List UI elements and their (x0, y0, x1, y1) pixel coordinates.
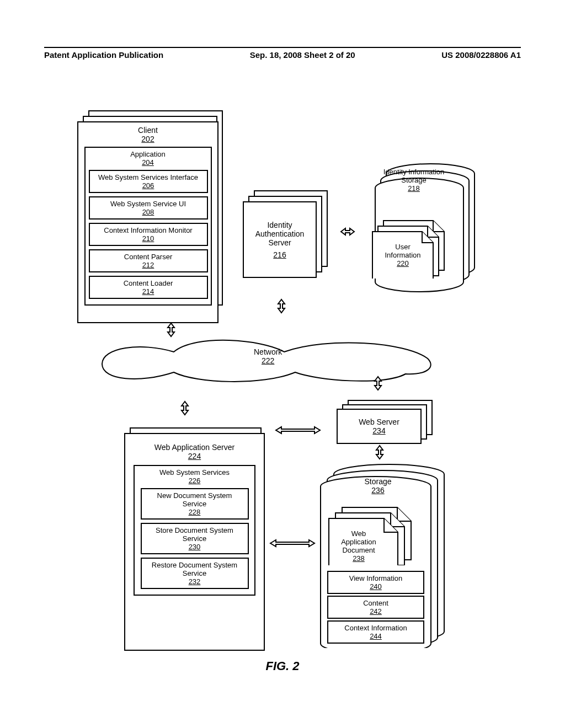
arrow-auth-network (278, 299, 285, 313)
connectors (0, 0, 565, 728)
arrow-was-webserver (276, 427, 320, 433)
arrow-auth-storage (341, 228, 354, 235)
arrow-was-storage (270, 540, 315, 547)
arrow-network-was (182, 402, 188, 415)
arrow-webserver-storage (376, 446, 383, 459)
arrow-client-network (168, 323, 174, 336)
arrow-network-webserver (375, 377, 381, 390)
figure-caption: FIG. 2 (0, 659, 565, 673)
